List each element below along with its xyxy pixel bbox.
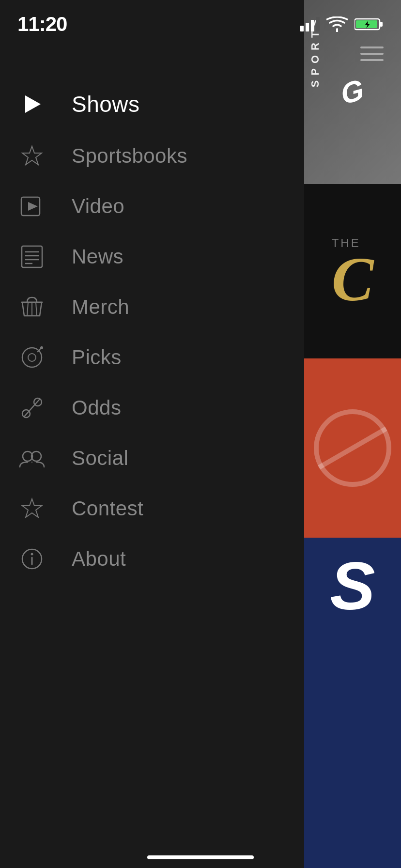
battery-icon xyxy=(355,17,384,31)
info-icon xyxy=(17,548,46,570)
nav-item-about[interactable]: About xyxy=(17,534,305,584)
about-label: About xyxy=(72,547,126,571)
svg-marker-8 xyxy=(22,146,42,165)
svg-point-21 xyxy=(28,354,36,361)
hamburger-line-3 xyxy=(360,59,384,61)
hamburger-line-2 xyxy=(360,53,384,55)
picks-icon xyxy=(17,346,46,369)
star-icon xyxy=(17,144,46,168)
thumbnail-the-c[interactable]: THE C xyxy=(304,184,401,358)
status-icons xyxy=(300,16,384,32)
nav-item-social[interactable]: Social xyxy=(17,433,305,483)
svg-rect-2 xyxy=(311,20,314,31)
picks-label: Picks xyxy=(72,346,122,369)
news-label: News xyxy=(72,245,123,268)
basket-icon xyxy=(17,295,46,319)
thumbnail-ball[interactable] xyxy=(304,358,401,538)
svg-point-31 xyxy=(31,553,33,556)
svg-marker-10 xyxy=(28,202,38,211)
status-time: 11:20 xyxy=(17,13,67,36)
shows-label: Shows xyxy=(72,91,140,117)
thumbnail-s[interactable]: S xyxy=(304,538,401,868)
svg-rect-0 xyxy=(300,26,304,31)
nav-item-merch[interactable]: Merch xyxy=(17,282,305,332)
video-icon xyxy=(17,196,46,217)
nav-item-picks[interactable]: Picks xyxy=(17,332,305,383)
home-indicator xyxy=(147,855,254,859)
play-icon xyxy=(17,93,46,115)
nav-item-sportsbooks[interactable]: Sportsbooks xyxy=(17,131,305,181)
svg-line-17 xyxy=(27,302,28,316)
thumb-c-letter: C xyxy=(332,252,374,306)
odds-icon xyxy=(17,396,46,419)
nav-item-news[interactable]: News xyxy=(17,232,305,282)
social-label: Social xyxy=(72,447,128,470)
news-icon xyxy=(17,245,46,268)
social-icon xyxy=(17,449,46,468)
svg-point-22 xyxy=(40,346,43,349)
ball-line xyxy=(318,427,387,470)
merch-label: Merch xyxy=(72,295,129,319)
wifi-icon xyxy=(326,16,348,32)
video-label: Video xyxy=(72,195,124,218)
svg-line-25 xyxy=(24,399,40,417)
ball-circle xyxy=(314,409,391,487)
contest-icon xyxy=(17,497,46,520)
hamburger-line-1 xyxy=(360,46,384,48)
signal-icon xyxy=(300,17,320,31)
svg-rect-11 xyxy=(22,246,42,267)
svg-rect-5 xyxy=(380,22,383,27)
nav-item-video[interactable]: Video xyxy=(17,181,305,232)
contest-label: Contest xyxy=(72,497,143,520)
odds-label: Odds xyxy=(72,396,121,419)
svg-line-19 xyxy=(36,302,37,316)
nav-item-shows[interactable]: Shows xyxy=(17,78,305,131)
nav-item-odds[interactable]: Odds xyxy=(17,383,305,433)
svg-rect-1 xyxy=(306,23,309,31)
svg-rect-3 xyxy=(316,17,320,31)
right-panel: G SPORTS THE C S xyxy=(304,0,401,868)
hamburger-menu[interactable] xyxy=(360,46,384,61)
svg-marker-7 xyxy=(25,95,41,113)
thumb-s-letter: S xyxy=(330,552,375,620)
sportsbooks-label: Sportsbooks xyxy=(72,144,187,168)
nav-menu: Shows Sportsbooks Video xyxy=(0,78,305,584)
svg-marker-29 xyxy=(22,499,42,517)
status-bar: 11:20 xyxy=(0,0,401,39)
nav-item-contest[interactable]: Contest xyxy=(17,483,305,534)
